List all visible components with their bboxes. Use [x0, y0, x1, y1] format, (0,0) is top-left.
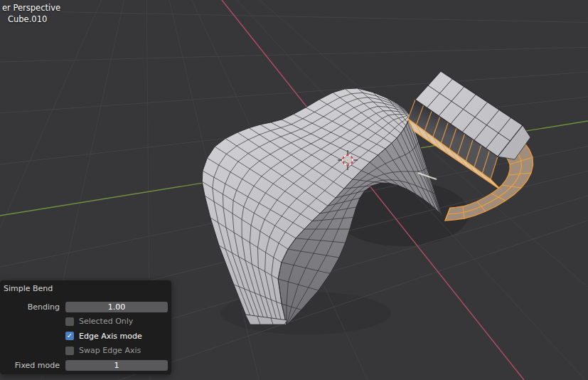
selected-only-checkbox[interactable] — [65, 317, 74, 326]
checkmark-icon: ✓ — [67, 332, 73, 339]
panel-row-fixed-mode: Fixed mode1 — [0, 358, 168, 373]
panel-row-swap-edge-axis: Swap Edge Axis — [0, 344, 168, 359]
panel-title: Simple Bend — [4, 284, 53, 293]
panel-row-bending: Bending1.00 — [0, 300, 168, 315]
operator-panel-simple-bend: Simple Bend Bending1.00Selected Only✓Edg… — [0, 280, 171, 374]
panel-row-edge-axis-mode: ✓Edge Axis mode — [0, 329, 168, 344]
panel-row-selected-only: Selected Only — [0, 315, 168, 329]
edge-axis-mode-checkbox-label: Edge Axis mode — [79, 332, 142, 341]
edge-axis-mode-checkbox[interactable]: ✓ — [65, 332, 74, 340]
bending-field[interactable]: 1.00 — [65, 302, 168, 312]
selected-only-checkbox-label: Selected Only — [79, 317, 133, 326]
swap-edge-axis-checkbox[interactable] — [65, 347, 74, 355]
fixed-mode-label: Fixed mode — [0, 361, 65, 370]
swap-edge-axis-checkbox-label: Swap Edge Axis — [79, 346, 141, 355]
panel-rows: Bending1.00Selected Only✓Edge Axis modeS… — [0, 300, 168, 373]
viewport-3d[interactable]: er Perspective Cube.010 Simple Bend Bend… — [0, 0, 588, 380]
fixed-mode-field[interactable]: 1 — [65, 360, 168, 371]
bending-label: Bending — [0, 302, 65, 312]
